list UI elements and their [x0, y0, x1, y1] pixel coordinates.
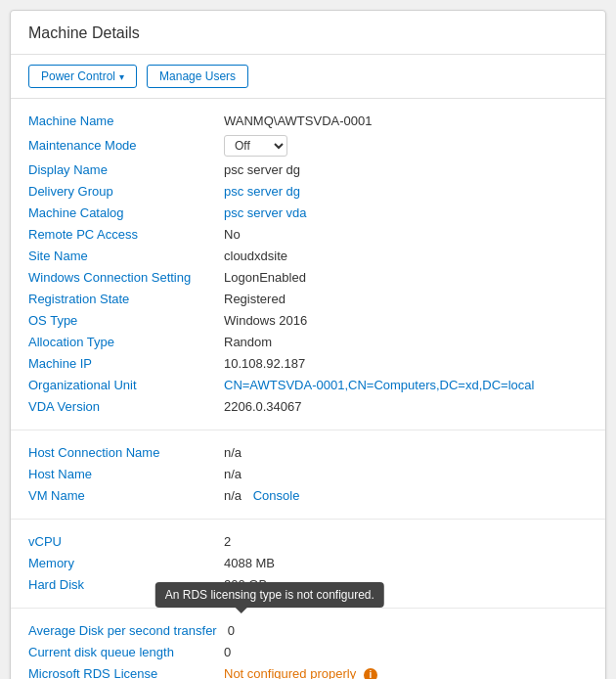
avg-disk-value: An RDS licensing type is not configured.… — [224, 623, 588, 638]
vcpu-value: 2 — [224, 534, 588, 549]
site-name-label: Site Name — [28, 249, 224, 263]
maintenance-mode-select[interactable]: Off On — [224, 135, 287, 157]
host-name-row: Host Name n/a — [28, 464, 588, 485]
os-type-label: OS Type — [28, 313, 224, 328]
remote-pc-label: Remote PC Access — [28, 227, 224, 242]
machine-ip-row: Machine IP 10.108.92.187 — [28, 353, 588, 375]
site-name-value: cloudxdsite — [224, 249, 588, 263]
remote-pc-row: Remote PC Access No — [28, 224, 588, 246]
delivery-group-row: Delivery Group psc server dg — [28, 181, 588, 203]
manage-users-button[interactable]: Manage Users — [147, 65, 248, 88]
rds-license-value: Not configured properly i — [224, 666, 588, 679]
delivery-group-label: Delivery Group — [28, 184, 224, 199]
windows-connection-value: LogonEnabled — [224, 270, 588, 285]
vda-version-label: VDA Version — [28, 399, 224, 414]
machine-details-card: Machine Details Power Control ▾ Manage U… — [10, 10, 606, 679]
maintenance-mode-value: Off On — [224, 135, 588, 157]
vm-name-value: n/a Console — [224, 488, 588, 503]
vcpu-label: vCPU — [28, 534, 224, 549]
maintenance-mode-row: Maintenance Mode Off On — [28, 132, 588, 159]
disk-queue-label: Current disk queue length — [28, 645, 224, 659]
vm-name-label: VM Name — [28, 488, 224, 503]
machine-catalog-row: Machine Catalog psc server vda — [28, 203, 588, 224]
allocation-type-value: Random — [224, 335, 588, 349]
rds-license-status: Not configured properly — [224, 666, 356, 679]
power-control-label: Power Control — [41, 69, 115, 83]
avg-disk-label: Average Disk per second transfer — [28, 623, 224, 638]
host-connection-value: n/a — [224, 445, 588, 460]
windows-connection-label: Windows Connection Setting — [28, 270, 224, 285]
registration-state-label: Registration State — [28, 292, 224, 306]
rds-license-row: Microsoft RDS License Not configured pro… — [28, 663, 588, 679]
display-name-label: Display Name — [28, 162, 224, 177]
host-section: Host Connection Name n/a Host Name n/a V… — [11, 430, 605, 520]
vda-version-value: 2206.0.34067 — [224, 399, 588, 414]
os-type-row: OS Type Windows 2016 — [28, 310, 588, 332]
vcpu-row: vCPU 2 — [28, 531, 588, 553]
avg-disk-row: Average Disk per second transfer An RDS … — [28, 620, 588, 642]
machine-name-row: Machine Name WANMQ\AWTSVDA-0001 — [28, 111, 588, 132]
host-connection-label: Host Connection Name — [28, 445, 224, 460]
toolbar: Power Control ▾ Manage Users — [11, 55, 605, 99]
machine-name-label: Machine Name — [28, 113, 224, 128]
host-name-value: n/a — [224, 467, 588, 481]
info-icon[interactable]: i — [364, 668, 377, 679]
org-unit-label: Organizational Unit — [28, 378, 224, 392]
delivery-group-value[interactable]: psc server dg — [224, 184, 588, 199]
disk-queue-row: Current disk queue length 0 — [28, 642, 588, 663]
machine-ip-value: 10.108.92.187 — [224, 356, 588, 371]
org-unit-value[interactable]: CN=AWTSVDA-0001,CN=Computers,DC=xd,DC=lo… — [224, 378, 588, 392]
org-unit-row: Organizational Unit CN=AWTSVDA-0001,CN=C… — [28, 375, 588, 396]
page-title: Machine Details — [11, 11, 605, 55]
registration-state-value: Registered — [224, 292, 588, 306]
chevron-down-icon: ▾ — [119, 71, 124, 82]
vda-version-row: VDA Version 2206.0.34067 — [28, 396, 588, 418]
os-type-value: Windows 2016 — [224, 313, 588, 328]
memory-label: Memory — [28, 556, 224, 570]
general-section: Machine Name WANMQ\AWTSVDA-0001 Maintena… — [11, 99, 605, 430]
windows-connection-row: Windows Connection Setting LogonEnabled — [28, 267, 588, 289]
tooltip-box: An RDS licensing type is not configured. — [155, 582, 384, 608]
performance-section: Average Disk per second transfer An RDS … — [11, 609, 605, 679]
rds-license-label: Microsoft RDS License — [28, 666, 224, 679]
maintenance-mode-label: Maintenance Mode — [28, 138, 224, 153]
console-link[interactable]: Console — [253, 488, 300, 503]
machine-name-value: WANMQ\AWTSVDA-0001 — [224, 113, 588, 128]
machine-catalog-label: Machine Catalog — [28, 205, 224, 220]
machine-ip-label: Machine IP — [28, 356, 224, 371]
site-name-row: Site Name cloudxdsite — [28, 246, 588, 267]
manage-users-label: Manage Users — [159, 69, 236, 83]
vm-name-row: VM Name n/a Console — [28, 485, 588, 507]
allocation-type-row: Allocation Type Random — [28, 332, 588, 353]
display-name-row: Display Name psc server dg — [28, 159, 588, 181]
display-name-value: psc server dg — [224, 162, 588, 177]
remote-pc-value: No — [224, 227, 588, 242]
power-control-button[interactable]: Power Control ▾ — [28, 65, 137, 88]
memory-value: 4088 MB — [224, 556, 588, 570]
machine-catalog-value[interactable]: psc server vda — [224, 205, 588, 220]
host-name-label: Host Name — [28, 467, 224, 481]
memory-row: Memory 4088 MB — [28, 553, 588, 574]
allocation-type-label: Allocation Type — [28, 335, 224, 349]
disk-queue-value: 0 — [224, 645, 588, 659]
host-connection-row: Host Connection Name n/a — [28, 442, 588, 464]
registration-state-row: Registration State Registered — [28, 289, 588, 310]
